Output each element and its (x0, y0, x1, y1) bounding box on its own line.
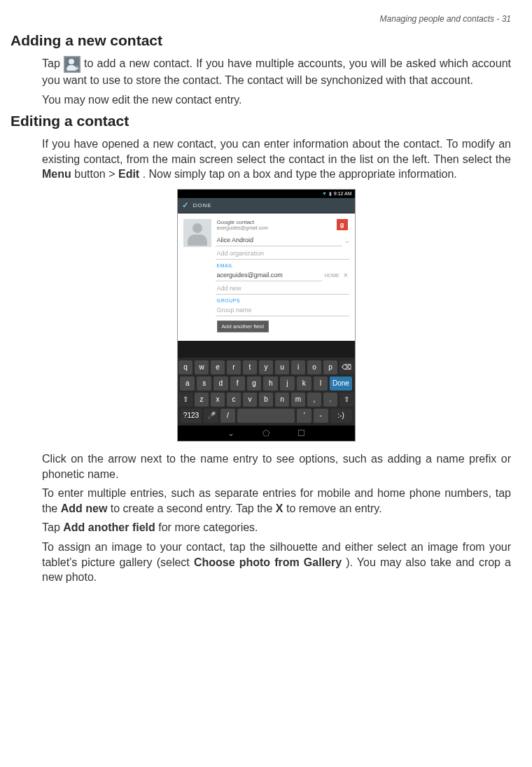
status-bar: ▼ ▮ 9:12 AM (178, 190, 355, 198)
key[interactable]: / (220, 409, 235, 423)
dim-overlay (178, 341, 355, 358)
home-nav-icon[interactable]: ⬠ (262, 428, 270, 438)
account-email: acerguides@gmail.com (217, 225, 268, 230)
battery-icon: ▮ (329, 191, 332, 197)
google-badge-icon: g (337, 219, 348, 230)
key[interactable]: . (323, 393, 337, 407)
account-type: Google contact (217, 219, 268, 225)
emoji-key[interactable]: :-) (330, 409, 352, 423)
key[interactable]: a (180, 377, 195, 390)
back-nav-icon[interactable]: ⌄ (227, 428, 234, 438)
onscreen-keyboard: q w e r t y u i o p ⌫ a s d f g h j k (178, 358, 355, 425)
recent-nav-icon[interactable]: ☐ (298, 428, 305, 438)
key[interactable]: - (314, 409, 328, 423)
paragraph-edit-intro: If you have opened a new contact, you ca… (42, 136, 511, 182)
key[interactable]: l (314, 377, 328, 390)
key[interactable]: p (323, 360, 337, 374)
paragraph-add-2: You may now edit the new contact entry. (42, 92, 511, 108)
done-check-icon[interactable]: ✓ (182, 200, 189, 210)
bold-edit: Edit (118, 168, 139, 180)
done-key[interactable]: Done (330, 377, 351, 390)
text-fragment: Tap (42, 57, 64, 69)
key[interactable]: s (197, 377, 211, 390)
key[interactable]: y (259, 360, 273, 374)
key[interactable]: f (230, 377, 245, 390)
space-key[interactable] (237, 409, 295, 423)
key[interactable]: m (291, 393, 305, 407)
heading-editing: Editing a contact (10, 113, 511, 129)
key[interactable]: e (211, 360, 225, 374)
key[interactable]: w (195, 360, 209, 374)
shift-key[interactable]: ⇧ (178, 393, 192, 407)
bold-add-another-field: Add another field (63, 521, 155, 533)
key[interactable]: j (280, 377, 295, 390)
add-contact-icon: + (64, 56, 80, 73)
email-field[interactable] (216, 269, 322, 281)
action-bar: ✓ DONE (178, 198, 355, 213)
key[interactable]: z (195, 393, 209, 407)
text-fragment: for more categories. (158, 521, 258, 533)
text-fragment: to add a new contact. If you have multip… (42, 57, 511, 86)
email-section-label: EMAIL (216, 261, 349, 268)
remove-entry-icon[interactable]: × (342, 272, 349, 279)
key[interactable]: g (247, 377, 262, 390)
bold-menu: Menu (42, 168, 71, 180)
group-name-field[interactable] (216, 304, 349, 316)
avatar-silhouette[interactable] (183, 219, 211, 247)
text-fragment: . Now simply tap on a box and type the a… (143, 168, 457, 180)
key[interactable]: n (275, 393, 289, 407)
key[interactable]: b (259, 393, 273, 407)
key[interactable]: c (227, 393, 241, 407)
mic-key[interactable]: 🎤 (204, 409, 218, 423)
shift-key[interactable]: ⇧ (340, 393, 354, 407)
status-time: 9:12 AM (334, 191, 352, 196)
symbols-key[interactable]: ?123 (181, 409, 202, 423)
page-header: Managing people and contacts - 31 (21, 14, 511, 24)
paragraph-add-1: Tap + to add a new contact. If you have … (42, 56, 511, 88)
figure-edit-contact-screenshot: ▼ ▮ 9:12 AM ✓ DONE Google contact acergu… (21, 189, 511, 442)
paragraph-after-3: Tap Add another field for more categorie… (42, 520, 511, 535)
system-nav-bar: ⌄ ⬠ ☐ (178, 425, 355, 441)
heading-adding: Adding a new contact (10, 32, 511, 49)
key[interactable]: i (291, 360, 305, 374)
key[interactable]: ' (297, 409, 312, 423)
keyboard-row: q w e r t y u i o p ⌫ (181, 360, 352, 374)
paragraph-after-2: To enter multiple entries, such as separ… (42, 486, 511, 516)
add-new-field[interactable] (216, 283, 349, 295)
paragraph-after-4: To assign an image to your contact, tap … (42, 540, 511, 585)
key[interactable]: h (263, 377, 278, 390)
key[interactable]: t (243, 360, 257, 374)
device-frame: ▼ ▮ 9:12 AM ✓ DONE Google contact acergu… (177, 189, 356, 442)
wifi-icon: ▼ (322, 191, 327, 196)
key[interactable]: , (307, 393, 321, 407)
text-fragment: button > (74, 168, 118, 180)
paragraph-after-1: Click on the arrow next to the name entr… (42, 451, 511, 481)
organization-field[interactable] (216, 248, 349, 260)
done-button[interactable]: DONE (193, 202, 212, 209)
key[interactable]: r (227, 360, 241, 374)
key[interactable]: x (211, 393, 225, 407)
edit-contact-form: Google contact acerguides@gmail.com g ⌵ … (178, 213, 355, 341)
text-fragment: If you have opened a new contact, you ca… (42, 138, 511, 165)
key[interactable]: v (243, 393, 257, 407)
key[interactable]: o (307, 360, 321, 374)
name-field[interactable] (216, 234, 342, 246)
chevron-down-icon[interactable]: ⌵ (345, 237, 349, 244)
backspace-key[interactable]: ⌫ (340, 360, 354, 374)
add-another-field-button[interactable]: Add another field (217, 321, 270, 332)
bold-add-new: Add new (61, 502, 108, 514)
text-fragment: Tap (42, 521, 63, 533)
text-fragment: to remove an entry. (286, 502, 382, 514)
key[interactable]: d (214, 377, 228, 390)
key[interactable]: q (178, 360, 192, 374)
keyboard-row: ⇧ z x c v b n m , . ⇧ (181, 393, 352, 407)
key[interactable]: u (275, 360, 289, 374)
keyboard-row: a s d f g h j k l Done (181, 377, 352, 390)
text-fragment: to create a second entry. Tap the (111, 502, 276, 514)
keyboard-row: ?123 🎤 / ' - :-) (181, 409, 352, 423)
key[interactable]: k (297, 377, 312, 390)
bold-x: X (276, 502, 284, 514)
bold-choose-photo: Choose photo from Gallery (194, 556, 342, 568)
email-type-label[interactable]: HOME (325, 273, 340, 278)
account-row[interactable]: Google contact acerguides@gmail.com g (216, 219, 349, 233)
